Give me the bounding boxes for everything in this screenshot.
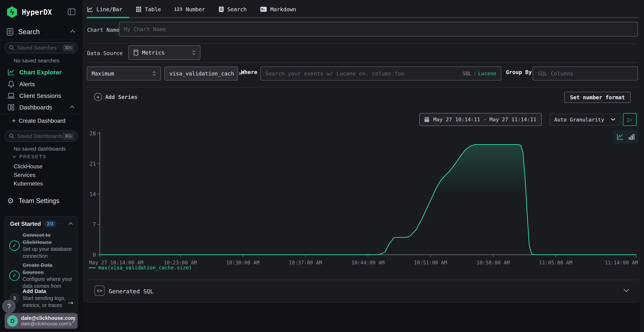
metric-field-tag[interactable]: visa_validation_cach — [164, 66, 238, 80]
preset-services[interactable]: Services — [14, 172, 36, 178]
sql-option[interactable]: SQL — [462, 71, 472, 76]
saved-dashboards-search[interactable]: ⌘K — [5, 130, 78, 142]
saved-dashboards-input[interactable] — [17, 133, 62, 139]
x-tick-label: 10:44:00 AM — [351, 260, 384, 266]
lightning-bolt-icon: ϟ — [10, 8, 14, 16]
y-tick-label: 7 — [93, 221, 96, 228]
tab-search[interactable]: Search — [218, 6, 247, 12]
chart-name-input[interactable] — [119, 22, 638, 36]
sidebar-item-alerts[interactable]: Alerts — [0, 78, 82, 90]
sidebar-item-label: Dashboards — [19, 104, 52, 111]
sidebar-item-label: Client Sessions — [19, 92, 61, 99]
help-button[interactable]: ? — [2, 300, 16, 313]
sidebar-item-label: Chart Explorer — [19, 69, 62, 76]
query-language-toggle[interactable]: SQL|Lucene — [462, 71, 496, 76]
toggle-divider: | — [472, 71, 478, 76]
set-number-format-button[interactable]: Set number format — [564, 92, 630, 103]
data-source-label: Data Source — [87, 50, 123, 56]
check-circle-icon: ✓ — [9, 270, 20, 281]
chart-area[interactable]: 07142128May 27 10:14:00 AM10:23:00 AM10:… — [82, 125, 644, 266]
get-started-step-2[interactable]: ✓ Create Data Sources Configure where yo… — [9, 262, 74, 290]
sidebar-item-client-sessions[interactable]: Client Sessions — [0, 90, 82, 102]
no-saved-dashboards-text: No saved dashboards — [14, 146, 66, 152]
tab-markdown[interactable]: M↓ Markdown — [260, 6, 296, 12]
lucene-option[interactable]: Lucene — [478, 71, 496, 76]
svg-text:M↓: M↓ — [261, 8, 265, 11]
bell-icon — [7, 80, 15, 88]
check-circle-icon: ✓ — [9, 240, 20, 251]
x-tick-label: 11:05:00 AM — [539, 260, 572, 266]
saved-searches-input[interactable] — [17, 45, 62, 51]
search-section-header[interactable]: Search — [6, 27, 76, 37]
select-chevrons-icon — [192, 50, 196, 55]
sidebar-item-dashboards[interactable]: Dashboards — [0, 102, 82, 113]
x-tick-label: 11:14:00 AM — [605, 260, 638, 266]
chart-legend[interactable]: max(visa_validation_cache.size) — [89, 265, 192, 271]
create-dashboard-label: Create Dashboard — [18, 118, 65, 124]
gear-icon: ⚙ — [7, 196, 14, 205]
tab-label: Table — [145, 6, 161, 12]
tab-number[interactable]: 123 Number — [174, 6, 205, 12]
x-tick-label: 10:37:00 AM — [289, 260, 322, 266]
laptop-icon — [7, 92, 15, 99]
team-settings-button[interactable]: ⚙ Team Settings — [7, 196, 60, 205]
group-by-input[interactable] — [533, 66, 638, 80]
step-title: Create Data Sources — [22, 262, 74, 276]
divider — [0, 114, 82, 114]
aggregation-select[interactable]: Maximum — [87, 66, 161, 80]
x-tick-label: 10:51:00 AM — [414, 260, 447, 266]
scrollbar[interactable] — [640, 0, 644, 332]
granularity-select[interactable]: Auto Granularity — [550, 114, 620, 126]
chevron-down-icon — [610, 118, 616, 122]
sidebar-collapse-icon[interactable] — [68, 8, 76, 16]
chart-type-tabbar: Line/Bar Table 123 Number Search M↓ Mark… — [87, 0, 638, 18]
group-by-label: Group By — [506, 69, 532, 75]
chevron-right-icon — [72, 318, 75, 324]
where-label: Where — [241, 69, 257, 75]
line-chart-icon — [87, 6, 93, 12]
database-icon — [133, 49, 139, 56]
chevron-down-icon — [12, 155, 17, 158]
create-dashboard-button[interactable]: + Create Dashboard — [12, 117, 66, 125]
shortcut-badge: ⌘K — [62, 44, 74, 51]
select-chevrons-icon — [152, 71, 156, 76]
run-query-button[interactable]: ▷ — [623, 113, 637, 126]
search-icon — [9, 133, 15, 139]
data-source-select[interactable]: Metrics — [128, 46, 200, 60]
sidebar-item-chart-explorer[interactable]: Chart Explorer — [0, 66, 82, 78]
sidebar-item-label: Alerts — [19, 81, 35, 88]
chevron-up-icon — [70, 105, 75, 110]
presets-toggle[interactable]: PRESETS — [12, 154, 46, 160]
tab-label: Line/Bar — [96, 6, 122, 12]
chart-svg: 07142128May 27 10:14:00 AM10:23:00 AM10:… — [82, 125, 644, 266]
chevron-up-icon — [70, 30, 76, 34]
arrow-right-icon: → — [68, 299, 73, 306]
code-icon: <> — [94, 286, 104, 296]
main-content: Line/Bar Table 123 Number Search M↓ Mark… — [82, 0, 644, 332]
x-tick-label: 10:58:00 AM — [476, 260, 510, 266]
chevron-down-icon[interactable] — [623, 288, 630, 293]
number-123-icon: 123 — [174, 7, 182, 12]
presets-label: PRESETS — [19, 154, 46, 160]
preset-clickhouse[interactable]: ClickHouse — [14, 163, 42, 170]
get-started-step-1[interactable]: ✓ Connect to ClickHouse Set up your data… — [9, 232, 74, 260]
no-saved-searches-text: No saved searches — [14, 58, 60, 64]
preset-kubernetes[interactable]: Kubernetes — [14, 180, 43, 187]
step-desc: Set up your database connection — [22, 246, 74, 260]
tabbar-underline-track — [87, 17, 638, 18]
date-range-input[interactable]: May 27 10:14:11 - May 27 11:14:11 — [419, 113, 542, 126]
tab-label: Markdown — [270, 6, 296, 12]
tab-table[interactable]: Table — [136, 6, 161, 12]
chart-label-layer: 07142128May 27 10:14:00 AM10:23:00 AM10:… — [89, 130, 638, 266]
divider — [0, 40, 82, 40]
get-started-step-3[interactable]: 3 Add Data Start sending logs, metrics, … — [9, 288, 74, 309]
divider — [87, 44, 638, 44]
generated-sql-row[interactable]: <> Generated SQL — [82, 280, 644, 302]
user-menu[interactable]: D dale@clickhouse.com dale@clickhouse.co… — [5, 313, 78, 329]
add-series-button[interactable]: + Add Series — [94, 93, 138, 101]
series-line — [100, 144, 636, 255]
y-tick-label: 21 — [90, 161, 96, 167]
saved-searches-search[interactable]: ⌘K — [5, 42, 78, 53]
tab-line-bar[interactable]: Line/Bar — [87, 6, 122, 12]
chevron-up-icon[interactable] — [68, 222, 73, 226]
